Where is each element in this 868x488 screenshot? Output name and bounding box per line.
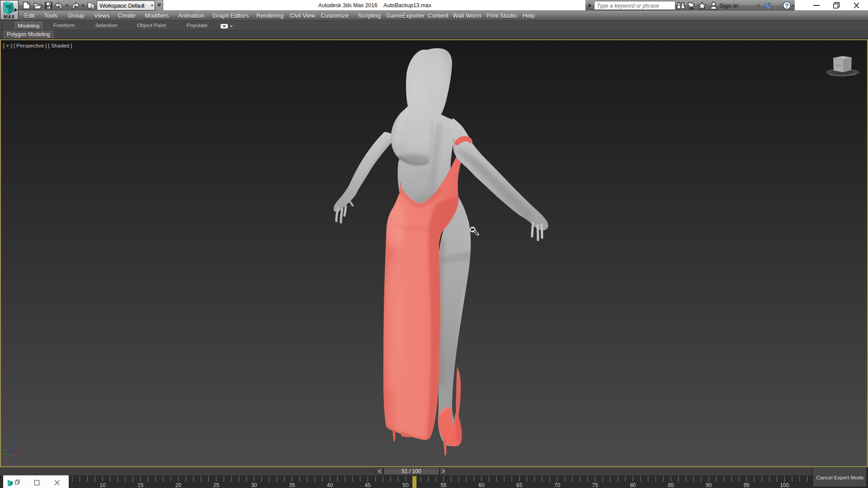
svg-text:80: 80	[630, 482, 636, 488]
svg-text:100: 100	[780, 482, 789, 488]
svg-text:Y: Y	[3, 448, 6, 453]
svg-text:45: 45	[365, 482, 371, 488]
svg-text:70: 70	[554, 482, 561, 488]
svg-text:15: 15	[137, 482, 144, 488]
svg-text:10: 10	[99, 482, 106, 488]
svg-text:50: 50	[403, 482, 409, 488]
svg-text:Workspace: Default: Workspace: Default	[99, 2, 145, 9]
svg-text:51 / 100: 51 / 100	[401, 468, 421, 474]
svg-text:Sign In: Sign In	[719, 2, 738, 9]
svg-text:75: 75	[592, 482, 599, 488]
svg-text:20: 20	[175, 482, 182, 488]
svg-text:?: ?	[785, 2, 788, 9]
svg-text:MAX: MAX	[4, 14, 15, 19]
svg-text:85: 85	[668, 482, 674, 488]
svg-text:95: 95	[744, 482, 750, 488]
svg-text:30: 30	[251, 482, 257, 488]
svg-text:35: 35	[289, 482, 295, 488]
svg-text:40: 40	[327, 482, 333, 488]
svg-text:25: 25	[213, 482, 220, 488]
svg-text:65: 65	[516, 482, 523, 488]
svg-text:90: 90	[706, 482, 712, 488]
svg-text:X: X	[20, 448, 24, 453]
svg-text:55: 55	[440, 482, 447, 488]
svg-text:LEFT: LEFT	[836, 64, 842, 67]
svg-text:Z: Z	[11, 439, 14, 444]
svg-text:60: 60	[478, 482, 485, 488]
